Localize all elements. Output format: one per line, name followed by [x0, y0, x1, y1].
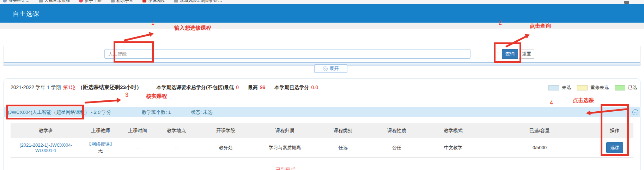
bookmark-label: 双城风险监测防护进…	[180, 0, 222, 4]
annotation-highlight-box-select	[601, 104, 629, 156]
teaching-mode-link[interactable]: 【网络授课】	[87, 141, 114, 147]
app-header: 自主选课	[0, 4, 644, 23]
bookmark-item[interactable]: 够头科金…	[3, 0, 30, 4]
bookmark-label: 够头科金…	[8, 0, 30, 4]
credit-requirement-label: 本学期选课要求总学分(不包括)最低	[157, 84, 234, 91]
col-header: 上课教师	[81, 128, 120, 134]
annotation-highlight-box-query	[494, 42, 521, 63]
legend-item-retake: 重修未选	[577, 84, 609, 91]
term-text: 2021-2022 学年 1 学期	[11, 84, 61, 91]
bookmark-label: 精乐手堂	[116, 0, 133, 4]
class-count: 教学班个数: 1	[142, 109, 171, 116]
max-credits-label: 最高	[248, 84, 258, 91]
page-title: 自主选课	[13, 10, 40, 18]
col-header: 课程性质	[370, 128, 423, 134]
status-legend: 未选 重修未选 已选	[548, 84, 637, 91]
red-badge-icon	[142, 0, 146, 2]
annotation-highlight-box-input	[114, 41, 154, 63]
browser-bookmarks-bar: 够头科金… 大视音乐旗舰 新手上路 精乐手堂 小说阅读 双城风险监测防护进…	[0, 0, 644, 4]
teacher-cell: 【网络授课】 无	[81, 141, 120, 154]
col-header: 已选/容量	[483, 128, 596, 134]
annotation-step-number: 2	[499, 20, 502, 26]
legend-label: 未选	[562, 84, 571, 91]
expand-toggle[interactable]: 展开	[314, 64, 347, 73]
list-end-marker: 已到最后	[276, 167, 296, 170]
folder-icon	[111, 0, 115, 2]
annotation-step-label: 点击选课	[573, 97, 594, 104]
class-time: --	[120, 145, 155, 150]
col-header: 开课学院	[198, 128, 254, 134]
bookmark-label: 新手上路	[85, 0, 102, 4]
col-header: 课程归属	[254, 128, 316, 134]
min-credits-value: 0	[236, 84, 239, 90]
dot-icon	[79, 0, 83, 2]
legend-swatch-retake	[577, 85, 588, 90]
selection-round-info: 2021-2022 学年 1 学期 第1轮 （距选课结束还剩23小时） 本学期选…	[11, 84, 318, 91]
teacher-name: 无	[98, 148, 103, 153]
course-group-bar[interactable]: (JWCX004)人工智能（超星网络课程） - 2.0 学分 教学班个数: 1 …	[4, 107, 640, 117]
legend-label: 重修未选	[590, 84, 609, 91]
collapse-icon[interactable]	[632, 109, 638, 115]
annotation-step-number: 4	[550, 100, 553, 106]
col-header: 课程类别	[316, 128, 370, 134]
selected-credits-label: 本学期已选学分	[275, 84, 309, 91]
class-id-link[interactable]: (2021-2022-1)-JWCX004-WL0001-1	[11, 142, 81, 153]
folder-icon	[39, 0, 43, 2]
col-header: 上课时间	[120, 128, 155, 134]
legend-item-unselected: 未选	[548, 84, 571, 91]
bookmark-label: 大视音乐旗舰	[44, 0, 70, 4]
legend-swatch-unselected	[548, 85, 559, 90]
teaching-mode: 中文教学	[423, 145, 483, 151]
capacity: 0/5000	[483, 145, 596, 150]
bookmark-item[interactable]: 大视音乐旗舰	[39, 0, 70, 4]
class-table-header: 教学班 上课教师 上课时间 教学地点 开课学院 课程归属 课程类别 课程性质 教…	[11, 123, 633, 138]
chevron-down-icon	[323, 66, 328, 71]
annotation-highlight-box-course	[6, 105, 84, 119]
course-belonging: 学习与素质提高	[254, 145, 316, 151]
max-credits-value: 99	[260, 84, 266, 90]
browser-extension-icon[interactable]	[624, 1, 629, 4]
annotation-step-label: 核实课程	[146, 93, 167, 100]
globe-icon	[3, 0, 7, 2]
annotation-step-number: 1	[151, 20, 154, 26]
annotation-step-number: 3	[125, 92, 128, 98]
selected-credits-value: 0.0	[311, 84, 318, 90]
bookmark-item[interactable]: 精乐手堂	[111, 0, 133, 4]
bookmark-item[interactable]: 新手上路	[79, 0, 102, 4]
legend-swatch-selected	[615, 85, 625, 90]
bookmark-item[interactable]: 小说阅读	[142, 0, 165, 4]
course-selection-page: { "colors": { "header_blue": "#1681c8", …	[0, 0, 644, 170]
round-text: 第1轮	[63, 84, 75, 91]
bookmark-item[interactable]: 双城风险监测防护进…	[174, 0, 222, 4]
college: 教务处	[198, 145, 254, 151]
course-search-input[interactable]	[104, 49, 470, 59]
annotation-step-label: 输入想选修课程	[174, 25, 211, 31]
course-nature: 公任	[370, 145, 423, 151]
legend-item-selected: 已选	[615, 84, 637, 91]
col-header: 教学班	[11, 128, 81, 134]
col-header: 教学地点	[155, 128, 198, 134]
col-header: 教学模式	[423, 128, 483, 134]
expand-toggle-label: 展开	[330, 65, 339, 72]
bookmark-label: 小说阅读	[148, 0, 165, 4]
course-credits: 2.0	[94, 110, 101, 115]
class-place: --	[155, 145, 198, 150]
course-category: 任选	[316, 145, 370, 151]
folder-icon	[174, 0, 178, 2]
annotation-arrow	[124, 33, 152, 41]
deadline-text: （距选课结束还剩23小时）	[78, 84, 142, 91]
class-table-row: (2021-2022-1)-JWCX004-WL0001-1 【网络授课】 无 …	[11, 138, 633, 158]
annotation-step-label: 点击查询	[530, 23, 551, 29]
legend-label: 已选	[628, 84, 637, 91]
course-status: 状态: 未选	[191, 109, 213, 116]
